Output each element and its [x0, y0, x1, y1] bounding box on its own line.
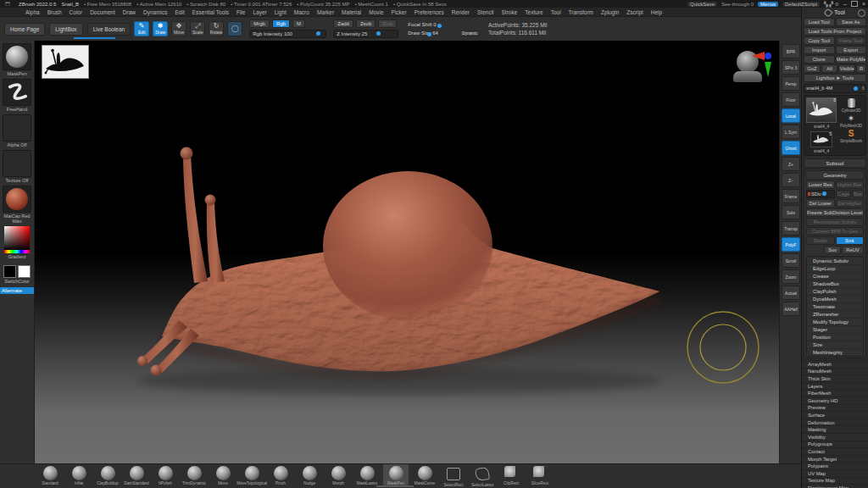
- right-shelf-button[interactable]: Solo: [782, 205, 800, 219]
- right-shelf-button[interactable]: Persp: [782, 76, 800, 91]
- default-zscript-button[interactable]: DefaultZScript: [782, 2, 820, 7]
- tool-subpalette-header[interactable]: Morph Target: [802, 455, 868, 463]
- right-shelf-button[interactable]: Floor: [782, 92, 800, 107]
- paste-tool-button[interactable]: Paste Tool: [836, 36, 867, 45]
- right-shelf-button[interactable]: Actual: [782, 286, 800, 300]
- geometry-subsection-header[interactable]: MeshIntegrity: [807, 348, 863, 356]
- reuv-button[interactable]: ReUV: [842, 246, 864, 254]
- brush-tray-item[interactable]: SelectLasso: [470, 464, 495, 487]
- geometry-subsection-header[interactable]: ShadowBox: [807, 280, 863, 287]
- draw-size-slider[interactable]: Draw Size 64: [405, 30, 457, 36]
- mrgb-button[interactable]: Mrgb: [249, 19, 270, 28]
- higher-res-button[interactable]: Higher Res: [836, 180, 865, 189]
- menu-item[interactable]: Texture: [525, 9, 542, 15]
- minimize-button[interactable]: –: [843, 2, 847, 6]
- tray-scroll-handle[interactable]: [376, 485, 414, 487]
- brush-tray-item[interactable]: Nudge: [297, 464, 322, 485]
- tool-subpalette-header[interactable]: UV Map: [802, 469, 868, 477]
- main-color-swatch[interactable]: [3, 265, 16, 278]
- menu-item[interactable]: Dynamics: [143, 9, 168, 15]
- right-shelf-button[interactable]: Zoom: [782, 269, 800, 284]
- tool-subpalette-header[interactable]: Geometry HD: [802, 396, 868, 404]
- ui-config-icons[interactable]: ▚ ▞ ⚙: [824, 1, 839, 7]
- focal-shift-slider[interactable]: Focal Shift 0: [405, 21, 476, 28]
- brush-tray-item[interactable]: hPolish: [153, 464, 178, 485]
- right-shelf-button[interactable]: Z−: [782, 173, 800, 187]
- clone-button[interactable]: Clone: [804, 55, 835, 64]
- brush-tray-item[interactable]: Inflat: [66, 464, 92, 485]
- move-mode-button[interactable]: ✥Move: [171, 21, 186, 36]
- z-intensity-slider[interactable]: Z Intensity 25: [333, 30, 398, 38]
- alternate-button[interactable]: Alternate: [0, 287, 34, 294]
- menu-item[interactable]: Marker: [317, 9, 334, 15]
- geometry-subsection-header[interactable]: Size: [807, 341, 863, 348]
- right-shelf-button[interactable]: Local: [782, 108, 800, 123]
- menu-item[interactable]: Light: [275, 9, 287, 15]
- texture-thumbnail[interactable]: [3, 150, 31, 177]
- suv-toggle[interactable]: Suv: [824, 246, 841, 254]
- home-page-button[interactable]: Home Page: [4, 23, 45, 36]
- freeze-subdivision-button[interactable]: Freeze SubDivision Levels: [806, 208, 864, 217]
- draw-mode-button[interactable]: ✱Draw: [153, 21, 168, 36]
- brush-tray-item[interactable]: MaskCurve: [412, 464, 437, 485]
- alpha-thumbnail[interactable]: [3, 114, 31, 141]
- see-through-slider[interactable]: See-through 0: [721, 2, 754, 7]
- tool-subpalette-header[interactable]: Texture Map: [802, 477, 868, 485]
- geometry-subsection-header[interactable]: Modify Topology: [807, 318, 863, 325]
- secondary-color-swatch[interactable]: [18, 265, 31, 278]
- recent-tool-thumbnail[interactable]: 5: [810, 131, 832, 147]
- right-shelf-button[interactable]: AAHalf: [782, 302, 800, 316]
- cylinder3d-tool[interactable]: [845, 97, 858, 108]
- menu-item[interactable]: Picker: [392, 9, 407, 15]
- tool-subpalette-header[interactable]: ArrayMesh: [802, 360, 868, 368]
- brush-tray-item[interactable]: MoveTopological: [239, 464, 264, 485]
- right-shelf-button[interactable]: SPix 3: [782, 60, 800, 75]
- menu-item[interactable]: Essential Tools: [192, 9, 229, 15]
- bas-button[interactable]: Bas: [852, 190, 864, 198]
- tool-subpalette-header[interactable]: Displacement Map: [802, 484, 868, 488]
- brush-tray-item[interactable]: Morph: [326, 464, 351, 485]
- menu-item[interactable]: Macro: [294, 9, 309, 15]
- menu-item[interactable]: Transform: [569, 9, 593, 15]
- current-brush-thumbnail[interactable]: [3, 43, 31, 70]
- tool-subpalette-header[interactable]: NanoMesh: [802, 368, 868, 375]
- right-shelf-button[interactable]: Z+: [782, 157, 800, 171]
- menu-item[interactable]: Color: [70, 9, 83, 15]
- right-shelf-button[interactable]: Scroll: [782, 253, 800, 268]
- tool-subpalette-header[interactable]: Thick Skin: [802, 374, 868, 382]
- tool-subpalette-header[interactable]: Masking: [802, 425, 868, 433]
- reconstruct-subdiv-button[interactable]: Reconstruct Subdiv: [806, 218, 864, 226]
- tool-palette-header[interactable]: Tool: [802, 8, 868, 17]
- menu-item[interactable]: Stroke: [502, 9, 518, 15]
- tool-subpalette-header[interactable]: Visibility: [802, 433, 868, 441]
- menu-item[interactable]: File: [236, 9, 245, 15]
- brush-tray-item[interactable]: ClayBuildup: [95, 464, 120, 485]
- color-picker[interactable]: [4, 226, 30, 250]
- menu-item[interactable]: Document: [90, 9, 115, 15]
- geometry-subsection-header[interactable]: EdgeLoop: [807, 264, 863, 272]
- save-as-button[interactable]: Save As: [836, 18, 867, 26]
- palette-settings-icon[interactable]: [858, 9, 865, 17]
- menu-item[interactable]: Stencil: [477, 9, 494, 15]
- menu-item[interactable]: Brush: [47, 9, 62, 15]
- tool-subpalette-header[interactable]: Surface: [802, 411, 868, 419]
- geometry-section-header[interactable]: Geometry: [805, 170, 865, 180]
- menu-item[interactable]: Material: [342, 9, 361, 15]
- geometry-subsection-header[interactable]: Tessimate: [807, 302, 863, 310]
- right-shelf-button[interactable]: L.Sym: [782, 125, 800, 139]
- brush-tray-item[interactable]: SliceRect: [527, 464, 553, 485]
- geometry-subsection-header[interactable]: Dynamic Subdiv: [807, 257, 863, 264]
- close-button[interactable]: ×: [862, 2, 865, 6]
- zsub-button[interactable]: Zsub: [356, 19, 376, 28]
- lightbox-tools-button[interactable]: Lightbox ► Tools: [804, 74, 866, 82]
- brush-tray-item[interactable]: MaskPen: [383, 464, 409, 485]
- load-tools-from-project-button[interactable]: Load Tools From Project: [804, 27, 866, 36]
- simplebrush-tool[interactable]: S: [845, 128, 858, 139]
- menu-item[interactable]: Help: [651, 9, 662, 15]
- m-button[interactable]: M: [292, 19, 305, 28]
- maximize-button[interactable]: [851, 1, 858, 7]
- quicksave-button[interactable]: QuickSave: [687, 2, 717, 7]
- load-tool-button[interactable]: Load Tool: [804, 18, 835, 26]
- goz-r-button[interactable]: R: [856, 64, 866, 73]
- brush-tray-item[interactable]: SelectRect: [441, 464, 466, 487]
